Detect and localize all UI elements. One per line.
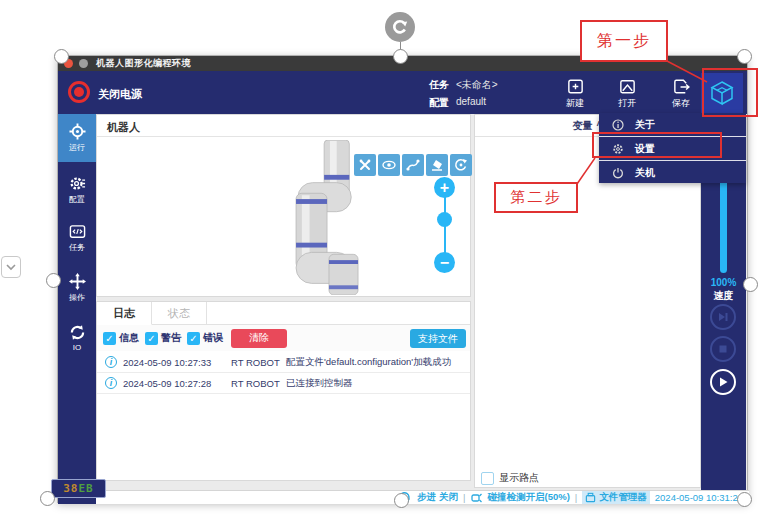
speed-slider-track[interactable]: [720, 169, 727, 273]
chevron-down-icon: [6, 264, 16, 271]
save-icon: [672, 77, 691, 96]
show-waypoints-checkbox[interactable]: [481, 472, 494, 485]
new-button[interactable]: 新建: [550, 73, 600, 113]
badge-part1: 38: [63, 482, 78, 495]
code-task-icon: [69, 223, 86, 240]
open-file-icon: [618, 77, 637, 96]
tabbar-filler: [207, 302, 470, 325]
run-icon: [69, 123, 86, 140]
sidebar-item-config[interactable]: 配置: [58, 166, 96, 214]
move-arrows-icon: [69, 273, 86, 290]
power-off-label[interactable]: 关闭电源: [98, 87, 142, 102]
log-source: RT ROBOT: [231, 357, 286, 368]
robot-arm-3d-view[interactable]: [232, 140, 362, 295]
speed-value: 100%: [701, 277, 746, 288]
open-button-label: 打开: [618, 97, 636, 110]
log-row: i 2024-05-09 10:27:33 RT ROBOT 配置文件'defa…: [97, 352, 470, 373]
left-sidebar: 运行 配置 任务: [58, 114, 96, 504]
selection-handle-bottom-left[interactable]: [40, 491, 55, 506]
power-off-icon[interactable]: [68, 81, 90, 103]
selection-handle-top-center[interactable]: [393, 49, 408, 64]
robot-eraser-button[interactable]: [426, 154, 448, 176]
checkbox-error-label: 错误: [203, 331, 223, 345]
top-toolbar: 关闭电源 任务 <未命名> 配置 default 新建 打开: [58, 71, 747, 114]
selection-handle-bottom-right[interactable]: [737, 492, 752, 507]
robot-visibility-button[interactable]: [378, 154, 400, 176]
play-button[interactable]: [710, 369, 736, 395]
zoom-out-button[interactable]: −: [434, 252, 455, 273]
sidebar-item-operate[interactable]: 操作: [58, 264, 96, 312]
separator: |: [575, 492, 577, 503]
path-icon: [406, 158, 420, 172]
checkbox-info-label: 信息: [119, 331, 139, 345]
rotate-view-icon: [454, 158, 468, 172]
selection-handle-bottom-center[interactable]: [394, 493, 409, 508]
stop-button[interactable]: [710, 336, 736, 362]
log-row: i 2024-05-09 10:27:28 RT ROBOT 已连接到控制器: [97, 373, 470, 394]
stop-icon: [718, 344, 728, 354]
info-icon: [612, 119, 624, 131]
collision-detect-icon: [470, 492, 482, 503]
sidebar-item-run[interactable]: 运行: [58, 114, 96, 162]
support-file-button[interactable]: 支持文件: [410, 329, 466, 348]
info-circle-icon: i: [105, 356, 117, 368]
window-minimize-button[interactable]: [79, 59, 88, 68]
step-mode-status[interactable]: 步进 关闭: [417, 491, 458, 504]
chevron-down-button[interactable]: [1, 256, 21, 278]
divider: [97, 136, 470, 137]
log-message: 已连接到控制器: [286, 377, 353, 390]
config-label: 配置: [429, 96, 449, 110]
speed-label: 速度: [701, 289, 746, 303]
power-icon: [612, 167, 624, 179]
robot-rotate-view-button[interactable]: [450, 154, 472, 176]
clear-log-button[interactable]: 清除: [231, 329, 287, 348]
file-manager-button[interactable]: 文件管理器: [582, 491, 650, 504]
status-bar: 步进 关闭 | 碰撞检测开启(50%) | 文件管理器 2024-05-09 1…: [96, 490, 749, 504]
rotate-handle-icon[interactable]: [385, 12, 415, 42]
task-value: <未命名>: [456, 78, 498, 92]
selection-handle-top-right[interactable]: [737, 49, 752, 64]
save-button[interactable]: 保存: [656, 73, 706, 113]
tab-status[interactable]: 状态: [152, 302, 207, 325]
sidebar-item-task[interactable]: 任务: [58, 214, 96, 262]
show-waypoints-label: 显示路点: [499, 471, 539, 485]
robot-view-panel: 机器人: [96, 114, 471, 297]
tab-log[interactable]: 日志: [97, 302, 152, 325]
sidebar-item-io[interactable]: IO: [58, 314, 96, 362]
log-message: 配置文件'default.configuration'加载成功: [286, 356, 451, 369]
menu-item-label: 关机: [635, 166, 655, 180]
io-cycle-icon: [69, 324, 86, 341]
checkbox-info[interactable]: ✓: [103, 332, 116, 345]
badge-part2: EB: [79, 482, 94, 495]
log-source: RT ROBOT: [231, 378, 286, 389]
checkbox-warning[interactable]: ✓: [145, 332, 158, 345]
step-forward-button[interactable]: [710, 304, 736, 330]
menu-item-shutdown[interactable]: 关机: [599, 161, 746, 184]
sidebar-item-label: 操作: [69, 292, 85, 303]
log-time: 2024-05-09 10:27:33: [123, 357, 231, 368]
zoom-in-button[interactable]: +: [434, 177, 455, 198]
annotation-settings-highlight-box: [592, 132, 722, 158]
rotate-icon: [391, 18, 409, 36]
task-label: 任务: [429, 78, 449, 92]
zoom-slider-handle[interactable]: [437, 212, 452, 227]
open-button[interactable]: 打开: [602, 73, 652, 113]
robot-path-button[interactable]: [402, 154, 424, 176]
version-badge: 38EB: [51, 479, 106, 498]
selection-handle-middle-right[interactable]: [743, 277, 758, 292]
save-button-label: 保存: [672, 97, 690, 110]
sidebar-item-label: IO: [73, 343, 81, 352]
annotation-step2-label: 第二步: [494, 182, 578, 213]
sidebar-item-label: 配置: [69, 194, 85, 205]
new-button-label: 新建: [566, 97, 584, 110]
sidebar-item-label: 任务: [69, 242, 85, 253]
checkbox-error[interactable]: ✓: [187, 332, 200, 345]
annotation-step1-label: 第一步: [580, 20, 668, 62]
selection-handle-middle-left[interactable]: [46, 273, 61, 288]
info-circle-icon: i: [105, 377, 117, 389]
config-value: default: [456, 96, 486, 107]
status-time: 2024-05-09 10:31:24: [655, 492, 743, 503]
selection-handle-top-left[interactable]: [54, 49, 69, 64]
collision-status[interactable]: 碰撞检测开启(50%): [487, 491, 569, 504]
robot-tools-button[interactable]: [354, 154, 376, 176]
